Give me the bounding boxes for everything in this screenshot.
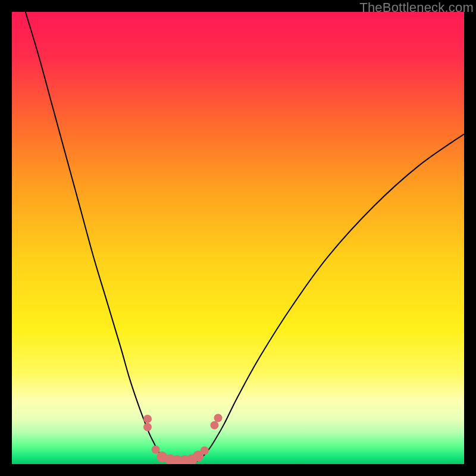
marker-dot: [152, 446, 160, 454]
watermark-text: TheBottleneck.com: [359, 0, 474, 15]
marker-dot: [214, 414, 223, 422]
marker-dot: [201, 446, 209, 455]
marker-dot: [143, 423, 152, 431]
chart-frame: [12, 12, 464, 464]
bottleneck-chart: [12, 12, 464, 464]
marker-dot: [143, 415, 152, 423]
marker-dot: [210, 421, 218, 430]
